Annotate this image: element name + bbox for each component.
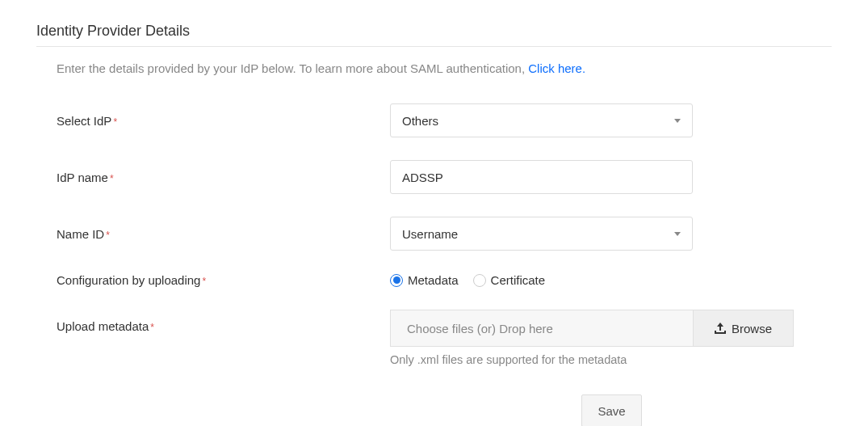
intro-text-body: Enter the details provided by your IdP b… bbox=[57, 61, 528, 75]
learn-more-link[interactable]: Click here. bbox=[528, 61, 585, 75]
radio-metadata[interactable]: Metadata bbox=[390, 273, 459, 287]
intro-text: Enter the details provided by your IdP b… bbox=[57, 61, 868, 75]
radio-certificate-label: Certificate bbox=[491, 273, 546, 287]
upload-metadata-label: Upload metadata* bbox=[57, 310, 390, 333]
file-drop-area[interactable]: Choose files (or) Drop here bbox=[390, 310, 693, 347]
config-by-radio-group: Metadata Certificate bbox=[390, 273, 545, 287]
required-asterisk: * bbox=[106, 230, 110, 241]
name-id-label: Name ID* bbox=[57, 227, 390, 241]
select-idp-label: Select IdP* bbox=[57, 114, 390, 128]
radio-icon bbox=[390, 274, 403, 287]
chevron-down-icon bbox=[674, 232, 681, 236]
radio-metadata-label: Metadata bbox=[408, 273, 459, 287]
required-asterisk: * bbox=[202, 276, 206, 287]
browse-button[interactable]: Browse bbox=[693, 310, 794, 347]
idp-name-label: IdP name* bbox=[57, 171, 390, 184]
chevron-down-icon bbox=[674, 119, 681, 123]
radio-certificate[interactable]: Certificate bbox=[473, 273, 546, 287]
config-by-label: Configuration by uploading* bbox=[57, 273, 390, 287]
select-idp-dropdown[interactable]: Others bbox=[390, 103, 693, 137]
name-id-value: Username bbox=[402, 227, 458, 241]
browse-button-label: Browse bbox=[732, 322, 772, 335]
required-asterisk: * bbox=[150, 322, 154, 333]
select-idp-value: Others bbox=[402, 114, 438, 128]
save-button[interactable]: Save bbox=[581, 394, 642, 426]
section-title: Identity Provider Details bbox=[36, 23, 832, 47]
radio-icon bbox=[473, 274, 486, 287]
required-asterisk: * bbox=[110, 173, 114, 184]
idp-name-input[interactable] bbox=[390, 160, 693, 194]
name-id-dropdown[interactable]: Username bbox=[390, 217, 693, 251]
required-asterisk: * bbox=[113, 116, 117, 128]
upload-icon bbox=[715, 323, 726, 334]
upload-hint: Only .xml files are supported for the me… bbox=[390, 353, 868, 366]
